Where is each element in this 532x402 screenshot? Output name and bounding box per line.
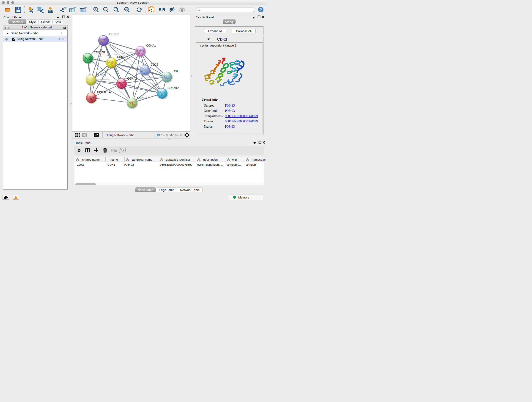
svg-text:CDKN1A: CDKN1A (167, 86, 179, 89)
svg-text:CCNE1: CCNE1 (137, 96, 147, 99)
svg-text:CDC25B: CDC25B (94, 51, 105, 54)
svg-text:CCNB2: CCNB2 (109, 32, 119, 36)
svg-text:CCNA2: CCNA2 (127, 77, 137, 80)
svg-text:CCNB1: CCNB1 (96, 73, 106, 77)
svg-text:?: ? (260, 7, 262, 12)
svg-text:CDC6: CDC6 (151, 63, 158, 66)
svg-text:HIST1H1A: HIST1H1A (97, 91, 111, 94)
svg-text:CCNA1: CCNA1 (146, 44, 156, 47)
svg-text:RB1: RB1 (172, 70, 178, 73)
svg-text:CDK1: CDK1 (117, 56, 125, 59)
